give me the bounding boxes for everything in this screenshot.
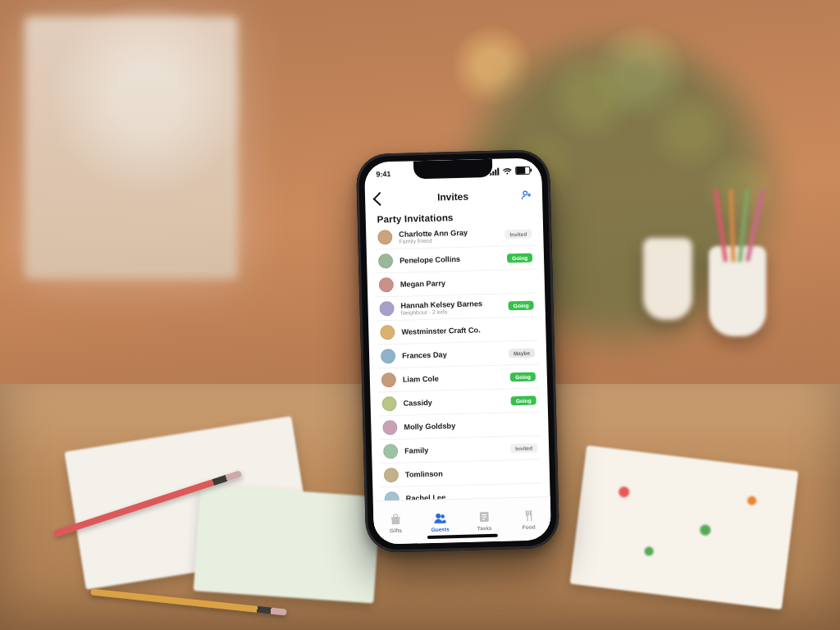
- status-badge: Maybe: [509, 348, 536, 358]
- avatar: [379, 277, 394, 292]
- guest-list[interactable]: Charlotte Ann GrayFamily friendInvitedPe…: [366, 221, 550, 511]
- back-icon[interactable]: [373, 192, 387, 206]
- smartphone: 9:41 Invites Party Invitations Charlotte…: [356, 149, 560, 553]
- photo-scene: 9:41 Invites Party Invitations Charlotte…: [0, 0, 840, 630]
- guest-text: Family: [404, 445, 504, 455]
- status-badge: Going: [511, 395, 536, 405]
- guest-name: Frances Day: [402, 349, 502, 360]
- avatar: [378, 253, 393, 268]
- phone-screen: 9:41 Invites Party Invitations Charlotte…: [364, 158, 551, 544]
- guest-name: Tomlinson: [405, 467, 538, 478]
- status-badge: Invited: [510, 443, 537, 453]
- patterned-paper: [570, 445, 799, 609]
- avatar: [377, 230, 392, 244]
- avatar: [383, 444, 398, 459]
- tab-label: Food: [523, 523, 536, 529]
- guest-name: Cassidy: [404, 397, 504, 408]
- status-badge: Invited: [504, 229, 532, 239]
- guest-text: Hannah Kelsey BarnesNeighbour · 2 kids: [400, 299, 502, 315]
- battery-icon: [515, 167, 530, 175]
- avatar: [382, 420, 397, 435]
- svg-point-1: [436, 514, 441, 518]
- status-badge: Going: [510, 372, 536, 381]
- tab-food[interactable]: Food: [506, 497, 551, 541]
- guest-text: Liam Cole: [403, 373, 504, 384]
- guest-name: Liam Cole: [403, 373, 504, 384]
- status-badge: Going: [509, 300, 534, 310]
- guest-name: Westminster Craft Co.: [401, 325, 534, 336]
- svg-point-0: [523, 191, 527, 195]
- avatar: [381, 372, 396, 387]
- guest-text: Molly Goldsby: [404, 420, 536, 431]
- status-badge: Going: [507, 253, 532, 262]
- avatar: [381, 396, 396, 411]
- wifi-icon: [502, 167, 512, 175]
- page-title: Invites: [437, 191, 468, 203]
- avatar: [381, 349, 395, 363]
- tab-label: Guests: [431, 526, 450, 532]
- tab-gifts[interactable]: Gifts: [373, 500, 418, 544]
- window-light: [25, 16, 238, 279]
- guest-text: Frances Day: [402, 349, 502, 360]
- guest-name: Molly Goldsby: [404, 420, 536, 431]
- guest-text: Cassidy: [404, 397, 504, 408]
- phone-notch: [413, 159, 493, 180]
- guest-text: Penelope Collins: [399, 254, 500, 265]
- guest-text: Westminster Craft Co.: [401, 325, 534, 336]
- guest-name: Family: [404, 445, 504, 455]
- avatar: [384, 468, 399, 482]
- pencil-cup: [709, 246, 766, 336]
- status-time: 9:41: [376, 170, 390, 178]
- green-paper: [194, 484, 381, 603]
- guest-name: Megan Parry: [400, 277, 533, 289]
- add-guest-icon[interactable]: [521, 189, 532, 201]
- guest-text: Charlotte Ann GrayFamily friend: [399, 227, 498, 244]
- second-cup: [643, 238, 692, 320]
- guest-text: Megan Parry: [400, 277, 533, 289]
- guest-text: Tomlinson: [405, 467, 538, 478]
- tab-label: Gifts: [390, 527, 402, 532]
- avatar: [380, 325, 395, 340]
- guest-name: Penelope Collins: [399, 254, 500, 265]
- avatar: [379, 301, 394, 316]
- svg-point-2: [441, 514, 445, 518]
- tab-label: Tasks: [477, 524, 492, 530]
